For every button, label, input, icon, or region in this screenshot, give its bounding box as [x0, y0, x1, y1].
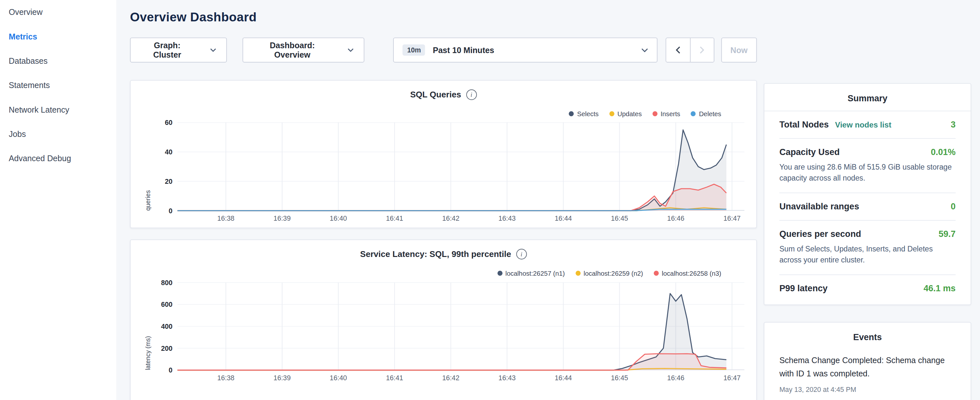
info-icon[interactable]: i	[516, 249, 527, 260]
x-tick-label: 16:45	[611, 215, 628, 222]
summary-title: Summary	[765, 84, 970, 112]
legend-item: Inserts	[652, 110, 680, 118]
event-message: Schema Change Completed: Schema change w…	[780, 354, 956, 380]
x-axis-ticks: 16:3816:3916:4016:4116:4216:4316:4416:45…	[178, 211, 745, 224]
x-tick-label: 16:44	[555, 374, 572, 381]
sql-queries-chart-card: SQL Queries i Selects Updates Inserts De…	[130, 80, 757, 228]
time-forward-button[interactable]	[690, 38, 714, 62]
sidebar-item-network-latency[interactable]: Network Latency	[0, 97, 116, 122]
sidebar-item-databases[interactable]: Databases	[0, 49, 116, 73]
event-timestamp: May 13, 2020 at 4:45 PM	[780, 386, 956, 393]
time-range-label: Past 10 Minutes	[433, 45, 494, 55]
main-content: Overview Dashboard Graph: Cluster Dashbo…	[116, 0, 764, 400]
graph-dropdown-label: Graph: Cluster	[141, 41, 194, 59]
summary-row-capacity: Capacity Used 0.01% You are using 28.6 M…	[780, 138, 956, 193]
x-tick-label: 16:45	[611, 374, 628, 381]
dashboard-dropdown[interactable]: Dashboard: Overview	[242, 38, 364, 62]
x-tick-label: 16:40	[330, 374, 347, 381]
summary-rows: Total Nodes View nodes list 3 Capacity U…	[765, 112, 970, 304]
x-tick-label: 16:39	[274, 215, 291, 222]
p99-latency-value: 46.1 ms	[923, 283, 955, 293]
sidebar-item-advanced-debug[interactable]: Advanced Debug	[0, 146, 116, 171]
total-nodes-label: Total Nodes	[780, 120, 829, 129]
legend-label: localhost:26259 (n2)	[584, 269, 643, 277]
sql-queries-plot[interactable]	[178, 123, 745, 211]
x-tick-label: 16:41	[386, 374, 403, 381]
x-tick-label: 16:43	[499, 215, 516, 222]
x-tick-label: 16:38	[217, 374, 234, 381]
view-nodes-link[interactable]: View nodes list	[835, 121, 891, 129]
event-item[interactable]: Schema Change Completed: Schema change w…	[765, 349, 970, 400]
legend-dot	[691, 112, 695, 116]
y-tick-label: 800	[161, 279, 172, 287]
y-tick-label: 60	[165, 119, 173, 126]
x-tick-label: 16:43	[499, 374, 516, 381]
sidebar-item-metrics[interactable]: Metrics	[0, 24, 116, 49]
legend-dot	[609, 112, 614, 116]
chevron-right-icon	[700, 46, 704, 54]
qps-value: 59.7	[939, 229, 956, 239]
time-range-selector[interactable]: 10m Past 10 Minutes	[393, 38, 657, 62]
chart-legend: Selects Updates Inserts Deletes	[569, 110, 721, 118]
sidebar: Overview Metrics Databases Statements Ne…	[0, 0, 116, 400]
legend-item: Selects	[569, 110, 599, 118]
legend-dot	[654, 271, 659, 276]
info-icon[interactable]: i	[466, 89, 477, 100]
y-tick-label: 200	[161, 344, 172, 352]
chart-title: Service Latency: SQL, 99th percentile	[360, 250, 511, 259]
legend-dot	[569, 112, 574, 116]
x-tick-label: 16:42	[442, 374, 460, 381]
summary-row-qps: Queries per second 59.7 Sum of Selects, …	[780, 220, 956, 274]
y-axis-ticks: 0200400600800	[149, 282, 172, 370]
sidebar-item-statements[interactable]: Statements	[0, 73, 116, 97]
sidebar-item-overview[interactable]: Overview	[0, 0, 116, 24]
x-tick-label: 16:38	[217, 215, 234, 222]
x-axis-ticks: 16:3816:3916:4016:4116:4216:4316:4416:45…	[178, 370, 745, 384]
legend-dot	[652, 112, 657, 116]
legend-item: Deletes	[691, 110, 721, 118]
chart-header: SQL Queries i	[131, 89, 756, 100]
unavailable-ranges-value: 0	[951, 201, 956, 211]
events-panel: Events Schema Change Completed: Schema c…	[764, 322, 971, 400]
plot-area: latency (ms) 0200400600800 16:3816:3916:…	[178, 282, 745, 370]
summary-panel: Summary Total Nodes View nodes list 3 Ca…	[764, 83, 971, 305]
y-tick-label: 0	[169, 367, 172, 374]
chart-legend: localhost:26257 (n1) localhost:26259 (n2…	[497, 269, 721, 277]
y-axis-ticks: 0204060	[149, 123, 172, 211]
capacity-description: You are using 28.6 MiB of 515.9 GiB usab…	[780, 161, 956, 184]
x-tick-label: 16:44	[555, 215, 572, 222]
service-latency-plot[interactable]	[178, 282, 745, 370]
time-pager	[665, 38, 714, 62]
right-sidebar: Summary Total Nodes View nodes list 3 Ca…	[764, 0, 971, 400]
now-button[interactable]: Now	[721, 38, 757, 62]
chart-title: SQL Queries	[410, 90, 461, 99]
x-tick-label: 16:47	[724, 215, 741, 222]
time-range-badge: 10m	[403, 44, 425, 56]
chevron-down-icon	[348, 48, 354, 52]
time-back-button[interactable]	[666, 38, 690, 62]
total-nodes-value: 3	[951, 120, 956, 129]
x-tick-label: 16:39	[274, 374, 291, 381]
legend-item: localhost:26257 (n1)	[497, 269, 565, 277]
legend-label: localhost:26258 (n3)	[662, 269, 721, 277]
legend-label: Deletes	[699, 110, 721, 118]
graph-dropdown[interactable]: Graph: Cluster	[130, 38, 227, 62]
y-tick-label: 40	[165, 148, 173, 156]
x-tick-label: 16:41	[386, 215, 403, 222]
summary-row-total-nodes: Total Nodes View nodes list 3	[780, 112, 956, 138]
legend-dot	[576, 271, 581, 276]
legend-label: localhost:26257 (n1)	[505, 269, 565, 277]
chevron-down-icon	[210, 48, 216, 52]
toolbar: Graph: Cluster Dashboard: Overview 10m P…	[130, 38, 757, 62]
events-title: Events	[765, 323, 970, 349]
sidebar-item-jobs[interactable]: Jobs	[0, 122, 116, 146]
summary-row-p99-latency: P99 latency 46.1 ms	[780, 274, 956, 302]
page-title: Overview Dashboard	[130, 10, 757, 24]
qps-label: Queries per second	[780, 229, 861, 239]
app-root: Overview Metrics Databases Statements Ne…	[0, 0, 980, 400]
x-tick-label: 16:42	[442, 215, 460, 222]
sidebar-nav: Overview Metrics Databases Statements Ne…	[0, 0, 116, 171]
plot-area: queries 0204060 16:3816:3916:4016:4116:4…	[178, 123, 745, 211]
summary-row-unavailable-ranges: Unavailable ranges 0	[780, 193, 956, 220]
y-tick-label: 20	[165, 178, 173, 185]
